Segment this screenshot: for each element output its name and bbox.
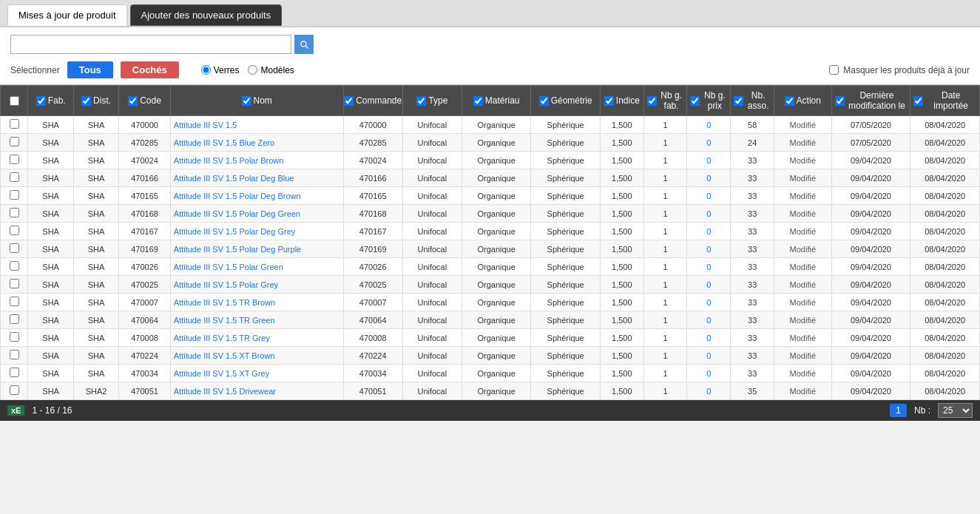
- row-indice: 1,500: [600, 276, 643, 294]
- row-code: 470008: [119, 329, 170, 347]
- col-header-modif[interactable]: Dernière modification le: [831, 86, 910, 116]
- mask-label[interactable]: Masquer les produits déjà à jour: [829, 65, 970, 75]
- row-nom[interactable]: Attitude III SV 1.5 Polar Deg Purple: [170, 240, 343, 258]
- row-fab: SHA: [28, 187, 73, 205]
- radio-modeles[interactable]: Modèles: [248, 65, 294, 75]
- row-check[interactable]: [1, 258, 28, 276]
- table-row: SHA SHA 470064 Attitude III SV 1.5 TR Gr…: [1, 311, 980, 329]
- row-nom[interactable]: Attitude III SV 1.5 Polar Deg Brown: [170, 187, 343, 205]
- row-action: Modifié: [774, 152, 831, 169]
- row-nbgprix: 0: [687, 134, 731, 152]
- row-check[interactable]: [1, 382, 28, 400]
- row-modif: 09/04/2020: [831, 205, 910, 223]
- select-all-checkbox[interactable]: [10, 96, 19, 106]
- row-check[interactable]: [1, 329, 28, 347]
- tab-mises-a-jour[interactable]: Mises à jour de produit: [7, 4, 127, 26]
- table-row: SHA SHA 470169 Attitude III SV 1.5 Polar…: [1, 240, 980, 258]
- radio-verres-input[interactable]: [201, 65, 211, 75]
- row-fab: SHA: [28, 240, 73, 258]
- row-check[interactable]: [1, 294, 28, 311]
- row-nom[interactable]: Attitude III SV 1.5 Polar Brown: [170, 152, 343, 169]
- mask-checkbox[interactable]: [829, 65, 839, 75]
- row-commande: 470169: [343, 240, 402, 258]
- row-indice: 1,500: [600, 116, 643, 134]
- row-commande: 470034: [343, 365, 402, 382]
- row-nom[interactable]: Attitude III SV 1.5 Polar Deg Blue: [170, 169, 343, 187]
- row-check[interactable]: [1, 134, 28, 152]
- nb-select[interactable]: 25 50 100: [938, 403, 973, 418]
- row-nbgprix: 0: [687, 311, 731, 329]
- row-dist: SHA: [73, 258, 118, 276]
- radio-verres[interactable]: Verres: [201, 65, 240, 75]
- row-code: 470169: [119, 240, 170, 258]
- row-check[interactable]: [1, 276, 28, 294]
- col-header-dist[interactable]: Dist.: [73, 86, 118, 116]
- row-check[interactable]: [1, 187, 28, 205]
- row-nom[interactable]: Attitude III SV 1.5 XT Grey: [170, 365, 343, 382]
- row-nbgprix: 0: [687, 205, 731, 223]
- row-nom[interactable]: Attitude III SV 1.5 Blue Zero: [170, 134, 343, 152]
- row-check[interactable]: [1, 116, 28, 134]
- row-geometrie: Sphérique: [531, 365, 601, 382]
- row-fab: SHA: [28, 329, 73, 347]
- row-nom[interactable]: Attitude III SV 1.5 Polar Deg Green: [170, 205, 343, 223]
- row-dateimp: 08/04/2020: [910, 294, 980, 311]
- row-nom[interactable]: Attitude III SV 1.5 XT Brown: [170, 347, 343, 365]
- row-nbasso: 33: [731, 205, 774, 223]
- search-icon: [299, 39, 309, 50]
- row-check[interactable]: [1, 240, 28, 258]
- row-nom[interactable]: Attitude III SV 1.5 Polar Deg Grey: [170, 223, 343, 240]
- col-header-indice[interactable]: Indice: [600, 86, 643, 116]
- row-action: Modifié: [774, 116, 831, 134]
- row-dateimp: 08/04/2020: [910, 382, 980, 400]
- row-nom[interactable]: Attitude III SV 1.5 Drivewear: [170, 382, 343, 400]
- row-nbasso: 33: [731, 169, 774, 187]
- row-geometrie: Sphérique: [531, 116, 601, 134]
- tous-button[interactable]: Tous: [67, 61, 113, 78]
- col-header-type[interactable]: Type: [402, 86, 462, 116]
- row-dateimp: 08/04/2020: [910, 134, 980, 152]
- row-check[interactable]: [1, 311, 28, 329]
- excel-icon[interactable]: xE: [7, 405, 24, 416]
- row-indice: 1,500: [600, 152, 643, 169]
- row-nom[interactable]: Attitude III SV 1.5 TR Brown: [170, 294, 343, 311]
- row-nom[interactable]: Attitude III SV 1.5 TR Grey: [170, 329, 343, 347]
- search-button[interactable]: [294, 35, 314, 54]
- row-nbgprix: 0: [687, 365, 731, 382]
- col-header-code[interactable]: Code: [119, 86, 170, 116]
- row-check[interactable]: [1, 347, 28, 365]
- col-header-materiau[interactable]: Matériau: [462, 86, 531, 116]
- row-check[interactable]: [1, 152, 28, 169]
- search-input[interactable]: [10, 35, 291, 54]
- row-commande: 470224: [343, 347, 402, 365]
- row-check[interactable]: [1, 205, 28, 223]
- col-header-dateimp[interactable]: Date importée: [910, 86, 980, 116]
- row-check[interactable]: [1, 169, 28, 187]
- row-materiau: Organique: [462, 294, 531, 311]
- row-type: Unifocal: [402, 187, 462, 205]
- row-check[interactable]: [1, 223, 28, 240]
- col-header-nbasso[interactable]: Nb. asso.: [731, 86, 774, 116]
- col-header-nom[interactable]: Nom: [170, 86, 343, 116]
- row-nom[interactable]: Attitude III SV 1.5: [170, 116, 343, 134]
- col-header-check[interactable]: [1, 86, 28, 116]
- row-nom[interactable]: Attitude III SV 1.5 TR Green: [170, 311, 343, 329]
- row-dateimp: 08/04/2020: [910, 329, 980, 347]
- row-nbasso: 33: [731, 347, 774, 365]
- row-nbasso: 33: [731, 152, 774, 169]
- col-header-fab[interactable]: Fab.: [28, 86, 73, 116]
- radio-modeles-input[interactable]: [248, 65, 257, 75]
- row-nom[interactable]: Attitude III SV 1.5 Polar Grey: [170, 276, 343, 294]
- row-geometrie: Sphérique: [531, 329, 601, 347]
- col-header-nbgfab[interactable]: Nb g. fab.: [643, 86, 687, 116]
- coches-button[interactable]: Cochés: [121, 61, 179, 78]
- row-check[interactable]: [1, 365, 28, 382]
- row-nom[interactable]: Attitude III SV 1.5 Polar Green: [170, 258, 343, 276]
- col-header-nbgprix[interactable]: Nb g. prix: [687, 86, 731, 116]
- col-header-action[interactable]: Action: [774, 86, 831, 116]
- col-header-geometrie[interactable]: Géométrie: [531, 86, 601, 116]
- row-geometrie: Sphérique: [531, 152, 601, 169]
- tab-ajouter[interactable]: Ajouter des nouveaux produits: [130, 4, 283, 26]
- col-header-commande[interactable]: Commande: [343, 86, 402, 116]
- row-geometrie: Sphérique: [531, 311, 601, 329]
